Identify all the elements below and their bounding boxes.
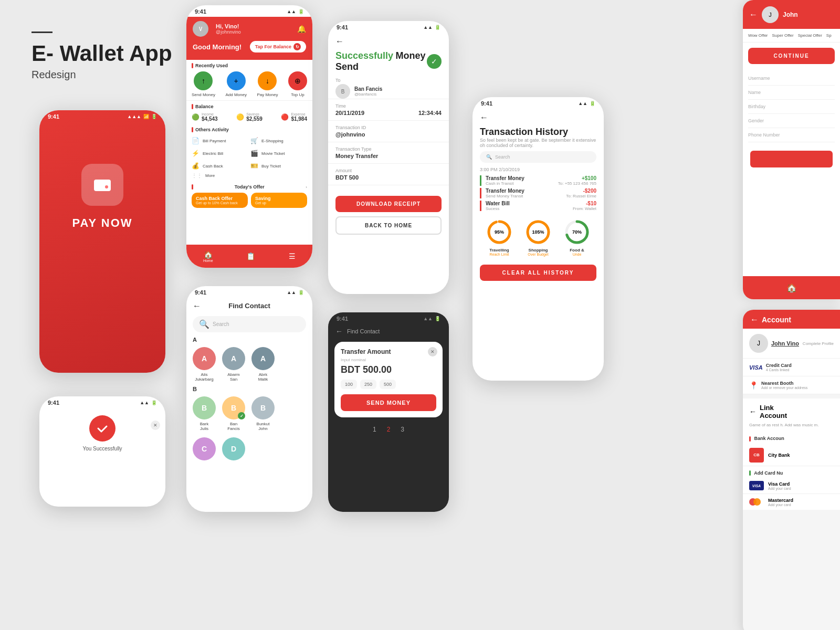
to-section: To B Ban Fancis @banfancis — [328, 78, 449, 99]
history-back-icon[interactable]: ← — [480, 113, 488, 122]
amount-chip-250[interactable]: 250 — [360, 380, 376, 389]
bill-payment-icon: 📄 — [192, 137, 200, 144]
mastercard-row[interactable]: Mastercard Add your card — [743, 494, 840, 510]
john-user-row: J John Vino Complete Profile — [743, 329, 840, 359]
nav-home[interactable]: 🏠 Home — [203, 250, 213, 262]
contact-bunkut[interactable]: B BunkutJohn — [251, 396, 275, 431]
amount-chip-100[interactable]: 100 — [341, 380, 357, 389]
cash-back[interactable]: 💰 Cash Back — [192, 161, 248, 171]
nav-menu[interactable]: ☰ — [289, 252, 296, 260]
visa-card-row[interactable]: VISA Visa Card Add your card — [743, 478, 840, 494]
small-status-icons: ▲▲🔋 — [140, 400, 157, 405]
complete-profile-label[interactable]: Complete Profile — [803, 341, 834, 346]
visa-card-icon: VISA — [749, 481, 764, 490]
saving-offer-card[interactable]: Saving Get up — [251, 193, 307, 208]
field-username[interactable]: Username — [748, 71, 835, 86]
more-item[interactable]: ⋮⋮ More — [192, 171, 307, 180]
e-shopping[interactable]: 🛒 E-Shopping — [250, 135, 307, 146]
contact-abarm[interactable]: A AbarmSan — [222, 347, 245, 382]
cashback-offer-card[interactable]: Cash Back Offer Get up to 10% Cash back — [192, 193, 248, 208]
transfer-dark-header: ← Find Contact — [328, 324, 449, 339]
contacts-row-b: B BarkJulis B ✓ BanFancis B BunkutJohn — [186, 394, 312, 433]
savings-item: 🟡 Savings $2,559 — [236, 112, 262, 122]
tx1-sub: Cash in Transit — [486, 181, 524, 186]
top-up-action[interactable]: ⊕ Top Up — [288, 71, 307, 97]
recently-used-title: Recently Used — [192, 63, 307, 68]
transfer-dark-back-icon[interactable]: ← — [335, 327, 343, 335]
send-money-icon: ↑ — [194, 71, 213, 90]
profile-home-icon[interactable]: 🏠 — [786, 283, 797, 293]
contact-alis[interactable]: A AlisJukarbarg — [193, 347, 216, 382]
nearest-booth-row[interactable]: 📍 Nearest Booth Add or remove your addre… — [743, 376, 840, 394]
search-icon: 🔍 — [199, 319, 209, 329]
contact-avatar-alis: A — [193, 347, 216, 370]
recently-used-section: Recently Used ↑ Send Money + Add Money ↓… — [186, 60, 312, 100]
field-birthday[interactable]: Birthday — [748, 100, 835, 114]
red-block — [750, 151, 833, 167]
tx1-title: Transfer Money — [486, 175, 524, 181]
buy-ticket[interactable]: 🎫 Buy Ticket — [250, 161, 307, 171]
continue-button[interactable]: CONTINUE — [748, 48, 835, 64]
app-subtitle: Redesign — [32, 69, 172, 81]
contacts-row-more: C D — [186, 435, 312, 463]
nav-cards[interactable]: 📋 — [246, 252, 255, 260]
profile-red-header: ← J John — [743, 0, 840, 29]
budget-circles: 95% Travelling Reach Limit 105% Shopping… — [472, 213, 604, 261]
tx-item-1: Transfer Money Cash in Transit +$100 To:… — [480, 175, 596, 186]
contact-bark[interactable]: B BarkJulis — [193, 396, 216, 431]
contact-extra1[interactable]: C — [193, 437, 216, 460]
ticket-icon: 🎫 — [250, 162, 258, 170]
field-name[interactable]: Name — [748, 86, 835, 100]
time-row: 20/11/2019 12:34:44 — [335, 110, 442, 120]
contact-abrk[interactable]: A AbrkMalik — [251, 347, 275, 382]
close-mini-icon[interactable]: ✕ — [151, 421, 160, 430]
field-gender[interactable]: Gender — [748, 114, 835, 128]
tap-balance-button[interactable]: Tap For Balance ↻ — [250, 41, 306, 52]
movie-ticket[interactable]: 🎬 Movie Ticket — [250, 148, 307, 159]
contacts-search-bar[interactable]: 🔍 Search — [193, 316, 306, 332]
link-back-icon[interactable]: ← — [749, 407, 757, 416]
svg-rect-1 — [94, 182, 111, 185]
amount-chip-500[interactable]: 500 — [380, 380, 396, 389]
success-title: Successfully MoneySend — [335, 50, 426, 72]
bell-icon[interactable]: 🔔 — [297, 25, 306, 33]
electric-bill[interactable]: ⚡ Electric Bill — [192, 148, 248, 159]
account-back-icon[interactable]: ← — [750, 315, 759, 324]
greeting-row: Good Morning! Tap For Balance ↻ — [193, 41, 306, 52]
contacts-back-button[interactable]: ← — [193, 301, 201, 311]
pay-now-label: PAY NOW — [72, 216, 132, 230]
add-money-action[interactable]: + Add Money — [225, 71, 246, 97]
clear-history-button[interactable]: CLEAR ALL HISTORY — [480, 265, 596, 281]
tab-wow-offer[interactable]: Wow Offer — [748, 33, 768, 38]
close-icon[interactable]: ✕ — [428, 347, 437, 356]
tab-sp[interactable]: Sp — [826, 33, 832, 38]
bottom-nav: 🏠 Home 📋 ☰ — [186, 245, 312, 268]
profile-back-icon[interactable]: ← — [749, 10, 758, 19]
history-search-bar[interactable]: 🔍 Search — [480, 151, 596, 163]
balance-section: Balance 🟢 Income $4,543 🟡 Savings $2,559… — [186, 100, 312, 125]
tab-super-offer[interactable]: Super Offer — [772, 33, 794, 38]
offers-section: Today's Offer › Cash Back Offer Get up t… — [186, 182, 312, 210]
contact-extra2[interactable]: D — [222, 437, 245, 460]
tab-special-offer[interactable]: Special Offer — [798, 33, 822, 38]
food-pct: 70% — [572, 229, 582, 235]
bill-payment[interactable]: 📄 Bill Payment — [192, 135, 248, 146]
amount-options: 100 250 500 — [341, 380, 436, 389]
svg-rect-0 — [94, 180, 111, 191]
quick-actions: ↑ Send Money + Add Money ↓ Pay Money ⊕ T… — [192, 71, 307, 97]
pay-money-action[interactable]: ↓ Pay Money — [257, 71, 278, 97]
mastercard-sub: Add your card — [768, 503, 793, 507]
back-to-home-button[interactable]: BACK TO HOME — [335, 216, 442, 235]
tx1-desc: To: +55 123 456 765 — [558, 181, 596, 186]
city-bank-row[interactable]: CB City Bank — [743, 445, 840, 466]
visa-row[interactable]: VISA Credit Card 4 Cards linked — [743, 359, 840, 376]
send-money-action[interactable]: ↑ Send Money — [192, 71, 215, 97]
download-receipt-button[interactable]: DOWNLOAD RECEIPT — [335, 196, 442, 212]
link-subtitle: Game of as rest h. Add was music m. — [749, 423, 834, 427]
john-name: John Vino — [771, 340, 799, 346]
back-arrow-icon[interactable]: ← — [335, 37, 344, 46]
top-up-icon: ⊕ — [288, 71, 307, 90]
send-money-button[interactable]: SEND MONEY — [341, 394, 436, 411]
contact-ban[interactable]: B ✓ BanFancis — [222, 396, 245, 431]
field-phone[interactable]: Phone Number — [748, 128, 835, 142]
